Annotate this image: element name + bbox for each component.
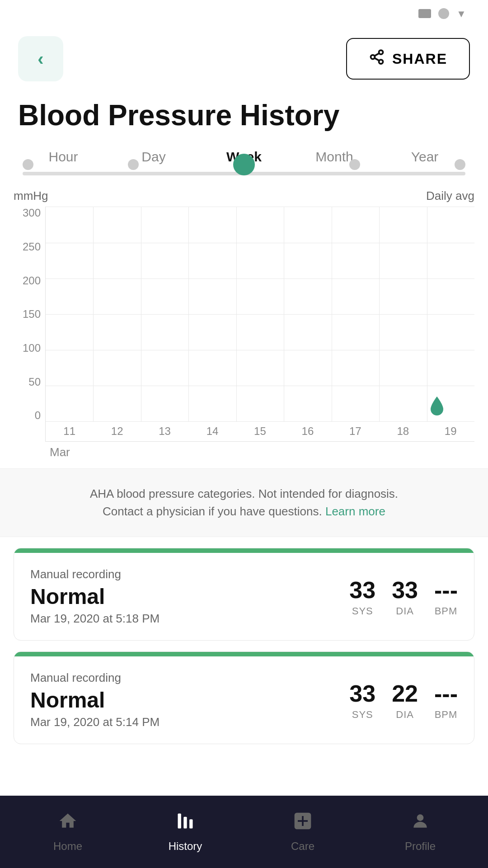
share-button[interactable]: SHARE bbox=[346, 38, 470, 80]
reading-dia-1: 33 DIA bbox=[392, 576, 418, 617]
y-label-250: 250 bbox=[14, 241, 41, 253]
reading-dia-2: 22 DIA bbox=[392, 680, 418, 721]
svg-rect-7 bbox=[189, 819, 192, 828]
y-axis: 0 50 100 150 200 250 300 bbox=[14, 207, 45, 442]
nav-item-history[interactable]: History bbox=[127, 811, 244, 853]
y-label-100: 100 bbox=[14, 342, 41, 354]
reading-card-1[interactable]: Manual recording Normal Mar 19, 2020 at … bbox=[14, 548, 474, 641]
home-icon bbox=[58, 811, 78, 835]
vgrid-14 bbox=[188, 207, 189, 421]
vgrid-12 bbox=[93, 207, 94, 421]
grid-line-300 bbox=[46, 207, 474, 207]
reading-left-2: Manual recording Normal Mar 19, 2020 at … bbox=[30, 671, 160, 729]
chart-unit-label: mmHg bbox=[14, 189, 48, 203]
reading-datetime-2: Mar 19, 2020 at 5:14 PM bbox=[30, 715, 160, 729]
chart-header: mmHg Daily avg bbox=[14, 189, 474, 203]
signal-icon bbox=[438, 8, 449, 19]
slider-dots bbox=[23, 163, 465, 184]
reading-bpm-2: --- BPM bbox=[434, 680, 458, 721]
x-label-18: 18 bbox=[379, 425, 427, 438]
nav-label-profile: Profile bbox=[405, 840, 436, 853]
data-point-marker bbox=[429, 396, 445, 418]
y-label-50: 50 bbox=[14, 376, 41, 388]
vgrid-19 bbox=[427, 207, 427, 421]
svg-rect-5 bbox=[178, 814, 181, 829]
reading-bpm-label-1: BPM bbox=[435, 605, 458, 617]
svg-rect-6 bbox=[183, 817, 187, 829]
page-title: Blood Pressure History bbox=[0, 95, 488, 149]
reading-card-2[interactable]: Manual recording Normal Mar 19, 2020 at … bbox=[14, 651, 474, 744]
chart-daily-avg-label: Daily avg bbox=[426, 189, 474, 203]
time-range-selector[interactable]: Hour Day Week Month Year bbox=[0, 149, 488, 189]
y-label-0: 0 bbox=[14, 409, 41, 422]
chart-wrapper: 0 50 100 150 200 250 300 bbox=[14, 207, 474, 442]
vgrid-16 bbox=[284, 207, 284, 421]
x-label-17: 17 bbox=[332, 425, 379, 438]
x-label-14: 14 bbox=[188, 425, 236, 438]
x-label-13: 13 bbox=[141, 425, 188, 438]
readings-list: Manual recording Normal Mar 19, 2020 at … bbox=[0, 537, 488, 755]
svg-rect-10 bbox=[298, 820, 308, 822]
reading-dia-value-2: 22 bbox=[392, 680, 418, 707]
x-label-12: 12 bbox=[93, 425, 141, 438]
grid-lines bbox=[46, 207, 474, 421]
reading-datetime-1: Mar 19, 2020 at 5:18 PM bbox=[30, 612, 160, 626]
y-label-150: 150 bbox=[14, 308, 41, 321]
reading-bpm-label-2: BPM bbox=[435, 709, 458, 721]
reading-bpm-1: --- BPM bbox=[434, 576, 458, 617]
reading-sys-label-1: SYS bbox=[352, 605, 373, 617]
bottom-navigation: Home History Care bbox=[0, 796, 488, 868]
nav-label-history: History bbox=[169, 840, 202, 853]
nav-item-care[interactable]: Care bbox=[244, 811, 361, 853]
slider-dot-day[interactable] bbox=[128, 159, 139, 170]
x-label-16: 16 bbox=[284, 425, 331, 438]
profile-icon bbox=[410, 811, 430, 835]
learn-more-link[interactable]: Learn more bbox=[325, 505, 385, 518]
reading-sys-value-1: 33 bbox=[349, 576, 375, 604]
droplet-icon bbox=[429, 396, 445, 416]
slider-dot-month[interactable] bbox=[349, 159, 360, 170]
month-label: Mar bbox=[14, 442, 474, 459]
reading-values-1: 33 SYS 33 DIA --- BPM bbox=[349, 576, 458, 617]
time-option-month[interactable]: Month bbox=[289, 149, 380, 165]
care-icon bbox=[293, 811, 313, 835]
wifi-icon bbox=[456, 8, 470, 19]
reading-card-accent-2 bbox=[14, 652, 474, 656]
reading-card-body-1: Manual recording Normal Mar 19, 2020 at … bbox=[14, 553, 474, 640]
slider-dot-year[interactable] bbox=[455, 159, 465, 170]
reading-dia-label-1: DIA bbox=[396, 605, 414, 617]
reading-sys-1: 33 SYS bbox=[349, 576, 375, 617]
reading-dia-label-2: DIA bbox=[396, 709, 414, 721]
grid-line-200 bbox=[46, 278, 474, 279]
slider-dot-hour[interactable] bbox=[23, 159, 33, 170]
reading-bpm-value-2: --- bbox=[434, 680, 458, 707]
reading-sys-2: 33 SYS bbox=[349, 680, 375, 721]
y-label-300: 300 bbox=[14, 207, 41, 219]
share-icon bbox=[369, 49, 385, 69]
nav-item-profile[interactable]: Profile bbox=[361, 811, 479, 853]
status-bar bbox=[0, 0, 488, 27]
reading-type-2: Manual recording bbox=[30, 671, 160, 685]
nav-item-home[interactable]: Home bbox=[9, 811, 127, 853]
reading-type-1: Manual recording bbox=[30, 567, 160, 581]
reading-sys-value-2: 33 bbox=[349, 680, 375, 707]
x-label-19: 19 bbox=[427, 425, 474, 438]
svg-line-3 bbox=[375, 58, 379, 61]
svg-line-4 bbox=[375, 53, 379, 56]
reading-card-body-2: Manual recording Normal Mar 19, 2020 at … bbox=[14, 656, 474, 744]
x-axis-labels: 11 12 13 14 15 16 17 18 19 bbox=[46, 421, 474, 441]
time-option-day[interactable]: Day bbox=[108, 149, 199, 165]
slider-dot-week[interactable] bbox=[233, 154, 255, 175]
nav-label-home: Home bbox=[53, 840, 82, 853]
reading-values-2: 33 SYS 22 DIA --- BPM bbox=[349, 680, 458, 721]
chevron-left-icon: ‹ bbox=[38, 49, 43, 69]
svg-point-11 bbox=[417, 814, 424, 821]
battery-icon bbox=[418, 9, 431, 18]
blood-pressure-chart: mmHg Daily avg 0 50 100 150 200 250 300 bbox=[0, 189, 488, 468]
reading-status-1: Normal bbox=[30, 584, 160, 609]
vgrid-15 bbox=[236, 207, 237, 421]
history-icon bbox=[175, 811, 195, 835]
grid-line-100 bbox=[46, 350, 474, 350]
back-button[interactable]: ‹ bbox=[18, 36, 63, 81]
reading-status-2: Normal bbox=[30, 688, 160, 712]
